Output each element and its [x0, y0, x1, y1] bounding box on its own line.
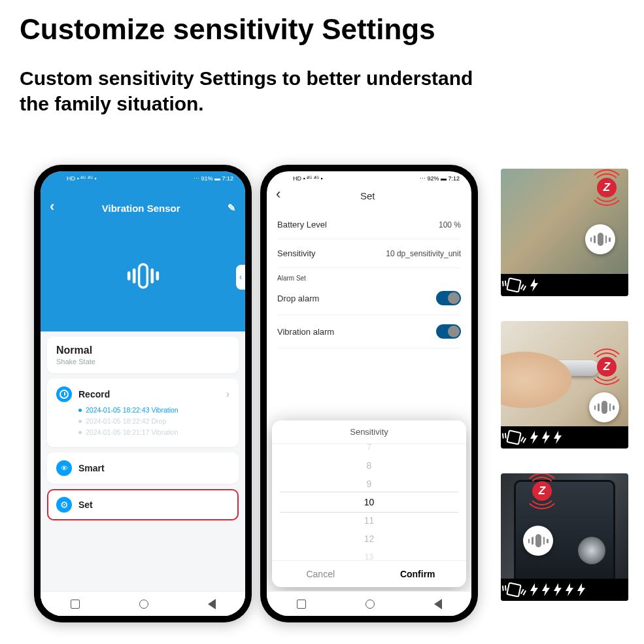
drop-alarm-label: Drop alarm [277, 294, 319, 303]
cancel-button[interactable]: Cancel [272, 561, 369, 587]
confirm-button[interactable]: Confirm [369, 561, 467, 587]
battery-label: Battery Level [277, 220, 327, 229]
bolt-icon [577, 583, 586, 596]
row-vibration-alarm: Vibration alarm [277, 315, 461, 348]
scene-living-room: Z [501, 169, 628, 296]
bolt-icon [553, 431, 562, 444]
hand [501, 347, 579, 413]
picker-option[interactable]: 13 [365, 548, 373, 560]
sensor-device-icon [585, 224, 615, 254]
bolt-icon [530, 279, 539, 292]
bolt-icon [530, 583, 539, 596]
zigbee-icon: Z [597, 178, 617, 197]
status-right: ⋯ 92% ▬ 7:12 [420, 175, 460, 182]
record-item: 2024-01-05 18:22:42 Drop [78, 417, 229, 425]
vibration-icon [506, 430, 522, 445]
nav-recent-icon[interactable] [297, 600, 306, 609]
bolt-icon [565, 583, 574, 596]
nav-home-icon[interactable] [365, 600, 375, 609]
vibration-icon [506, 582, 522, 598]
sensor-device-icon [589, 392, 619, 422]
sheet-title: Sensitivity [272, 420, 466, 444]
bolt-icon [541, 583, 551, 596]
sensitivity-picker-sheet: Sensitivity 7 8 9 10 11 12 13 Cancel Con… [272, 420, 466, 587]
nav-recent-icon[interactable] [71, 600, 80, 609]
scene-door-handle: Z [501, 321, 628, 449]
picker-option[interactable]: 8 [367, 456, 372, 475]
status-left: HD ▪ ⁴ᴳ ⁴ᴳ ▪ [293, 175, 322, 182]
status-card: Normal Shake State [47, 337, 239, 373]
back-icon[interactable] [50, 199, 54, 214]
vibration-alarm-toggle[interactable] [436, 324, 461, 339]
bolt-icon [541, 431, 551, 444]
scene-column: Z Z Z [501, 169, 628, 626]
zigbee-icon: Z [597, 357, 617, 377]
back-icon[interactable] [276, 187, 280, 201]
status-caption: Shake State [56, 358, 229, 365]
vibration-icon [506, 277, 522, 293]
row-drop-alarm: Drop alarm [277, 282, 461, 315]
record-item: 2024-01-05 18:21:17 Vibration [78, 428, 229, 436]
clock-icon [56, 386, 72, 402]
section-header: Alarm Set [277, 268, 461, 282]
android-navbar [267, 591, 471, 616]
picker-option[interactable]: 12 [364, 530, 375, 548]
status-left: HD ▪ ⁴ᴳ ⁴ᴳ ▪ [67, 175, 96, 182]
smart-icon [56, 460, 72, 476]
vibration-alarm-label: Vibration alarm [277, 327, 334, 337]
picker-option[interactable]: 11 [364, 511, 375, 530]
picker-wheel[interactable]: 7 8 9 10 11 12 13 [272, 444, 466, 560]
page-title: Customize sensitivity Settings [20, 13, 435, 46]
safe-dial [578, 537, 605, 564]
scene-safe: Z [501, 473, 628, 601]
phone-mockup-main: HD ▪ ⁴ᴳ ⁴ᴳ ▪ ⋯ 91% ▬ 7:12 Vibration Sens… [34, 165, 252, 622]
hero-area: ‹ [41, 220, 245, 331]
picker-option-selected[interactable]: 10 [364, 493, 375, 511]
record-card[interactable]: Record 2024-01-05 18:22:43 Vibration 202… [47, 379, 239, 447]
header-title: Vibration Sensor [54, 203, 228, 214]
record-label: Record [78, 389, 220, 399]
drop-alarm-toggle[interactable] [436, 291, 461, 305]
status-value: Normal [56, 345, 229, 356]
edit-icon[interactable] [228, 202, 236, 214]
record-list: 2024-01-05 18:22:43 Vibration 2024-01-05… [56, 406, 229, 436]
bolt-icon [553, 583, 562, 596]
status-right: ⋯ 91% ▬ 7:12 [194, 175, 233, 182]
sensitivity-label: Sensitivity [277, 248, 316, 258]
zigbee-icon: Z [532, 481, 552, 501]
sensitivity-value: 10 dp_sensitivity_unit [386, 249, 461, 258]
status-bar: HD ▪ ⁴ᴳ ⁴ᴳ ▪ ⋯ 91% ▬ 7:12 [41, 171, 245, 186]
nav-back-icon[interactable] [208, 599, 216, 609]
android-navbar [41, 591, 245, 616]
side-pull-tab[interactable]: ‹ [236, 265, 245, 290]
sensor-device-icon [523, 526, 553, 556]
record-item: 2024-01-05 18:22:43 Vibration [78, 406, 229, 414]
gear-icon [56, 497, 72, 513]
chevron-right-icon [226, 388, 229, 400]
intensity-level [530, 279, 539, 292]
intensity-level [530, 431, 562, 444]
phone-mockup-settings: HD ▪ ⁴ᴳ ⁴ᴳ ▪ ⋯ 92% ▬ 7:12 Set Battery Le… [260, 165, 478, 622]
intensity-level [530, 583, 586, 596]
set-label: Set [78, 500, 229, 510]
smart-card[interactable]: Smart [47, 452, 239, 484]
nav-back-icon[interactable] [434, 599, 442, 609]
status-bar: HD ▪ ⁴ᴳ ⁴ᴳ ▪ ⋯ 92% ▬ 7:12 [267, 171, 471, 186]
picker-option[interactable]: 7 [367, 444, 371, 456]
header-title: Set [280, 190, 454, 201]
picker-option[interactable]: 9 [367, 475, 372, 493]
battery-value: 100 % [439, 220, 461, 229]
row-battery: Battery Level 100 % [277, 211, 461, 239]
set-card[interactable]: Set [47, 489, 239, 520]
vibration-sensor-icon [127, 263, 158, 288]
row-sensitivity[interactable]: Sensitivity 10 dp_sensitivity_unit [277, 239, 461, 268]
bolt-icon [530, 431, 539, 444]
nav-home-icon[interactable] [139, 600, 148, 609]
page-subtitle: Custom sensitivity Settings to better un… [20, 65, 473, 116]
smart-label: Smart [78, 463, 229, 473]
